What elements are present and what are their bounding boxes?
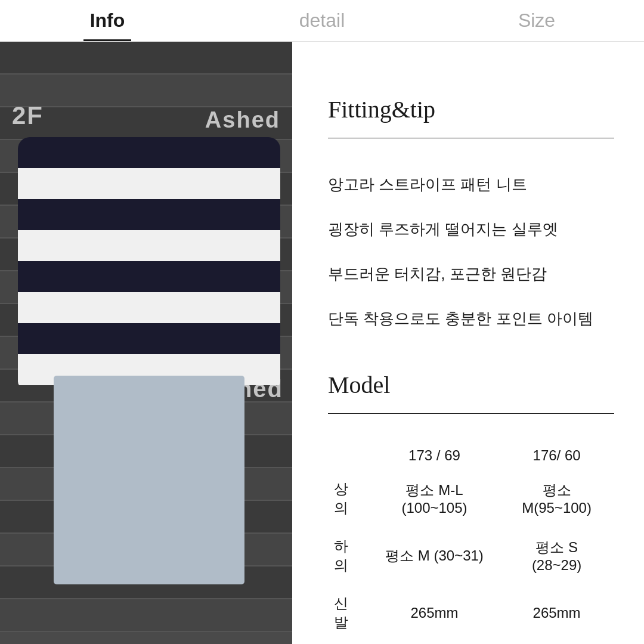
tab-bar: Info detail Size bbox=[0, 0, 644, 42]
tab-size-label: Size bbox=[518, 10, 555, 32]
sweater-stripe-light bbox=[18, 230, 280, 261]
fitting-item-3: 단독 착용으로도 충분한 포인트 아이템 bbox=[328, 296, 614, 341]
model-col-1-header: 173 / 69 bbox=[370, 438, 499, 470]
bg-text-2f: 2F bbox=[12, 101, 44, 130]
table-row: 신발 265mm 265mm bbox=[328, 584, 614, 642]
wall-stripe bbox=[0, 75, 292, 107]
info-section: Fitting&tip 앙고라 스트라이프 패턴 니트 굉장히 루즈하게 떨어지… bbox=[292, 42, 644, 644]
model-divider bbox=[328, 413, 614, 414]
table-row: 하의 평소 M (30~31) 평소 S (28~29) bbox=[328, 527, 614, 584]
sweater-stripe-dark bbox=[18, 323, 280, 354]
row-2-val-1: 265mm bbox=[499, 584, 614, 642]
sweater-stripe-dark bbox=[18, 261, 280, 292]
row-0-val-1: 평소 M(95~100) bbox=[499, 470, 614, 527]
product-image-section: 2F Ashed shed Ashed bbox=[0, 42, 292, 644]
row-0-val-0: 평소 M-L (100~105) bbox=[370, 470, 499, 527]
sweater-stripe-dark bbox=[18, 137, 280, 168]
bg-text-ashed1: Ashed bbox=[205, 107, 280, 133]
model-section: Model 173 / 69 176/ 60 상의 평소 M-L (100~10… bbox=[328, 371, 614, 642]
product-image: 2F Ashed shed Ashed bbox=[0, 42, 292, 644]
tab-info-label: Info bbox=[90, 10, 125, 32]
model-table-header-row: 173 / 69 176/ 60 bbox=[328, 438, 614, 470]
fitting-item-2: 부드러운 터치감, 포근한 원단감 bbox=[328, 252, 614, 296]
fitting-tip-items: 앙고라 스트라이프 패턴 니트 굉장히 루즈하게 떨어지는 실루엣 부드러운 터… bbox=[328, 162, 614, 341]
model-col-label-header bbox=[328, 438, 370, 470]
row-2-val-0: 265mm bbox=[370, 584, 499, 642]
tab-detail[interactable]: detail bbox=[215, 0, 429, 41]
fitting-item-0: 앙고라 스트라이프 패턴 니트 bbox=[328, 162, 614, 207]
tab-size[interactable]: Size bbox=[429, 0, 644, 41]
row-1-val-0: 평소 M (30~31) bbox=[370, 527, 499, 584]
model-col-2-header: 176/ 60 bbox=[499, 438, 614, 470]
row-2-label: 신발 bbox=[328, 584, 370, 642]
row-1-val-1: 평소 S (28~29) bbox=[499, 527, 614, 584]
main-content: 2F Ashed shed Ashed Fitting&tip bbox=[0, 42, 644, 644]
table-row: 상의 평소 M-L (100~105) 평소 M(95~100) bbox=[328, 470, 614, 527]
sweater-stripe-light bbox=[18, 168, 280, 199]
fitting-tip-section: Fitting&tip 앙고라 스트라이프 패턴 니트 굉장히 루즈하게 떨어지… bbox=[328, 95, 614, 341]
row-1-label: 하의 bbox=[328, 527, 370, 584]
fitting-item-1: 굉장히 루즈하게 떨어지는 실루엣 bbox=[328, 207, 614, 252]
wall-stripe bbox=[0, 42, 292, 75]
sweater-stripe-dark bbox=[18, 199, 280, 230]
model-title: Model bbox=[328, 371, 614, 399]
tab-detail-label: detail bbox=[299, 10, 345, 32]
row-0-label: 상의 bbox=[328, 470, 370, 527]
sweater-area bbox=[18, 137, 280, 388]
sweater-stripe-light bbox=[18, 292, 280, 323]
tab-info[interactable]: Info bbox=[0, 0, 215, 41]
wall-stripe bbox=[0, 599, 292, 632]
fitting-tip-divider bbox=[328, 138, 614, 138]
top-spacer bbox=[328, 78, 614, 95]
fitting-tip-title: Fitting&tip bbox=[328, 95, 614, 123]
jeans-area bbox=[54, 376, 244, 584]
model-table: 173 / 69 176/ 60 상의 평소 M-L (100~105) 평소 … bbox=[328, 438, 614, 642]
